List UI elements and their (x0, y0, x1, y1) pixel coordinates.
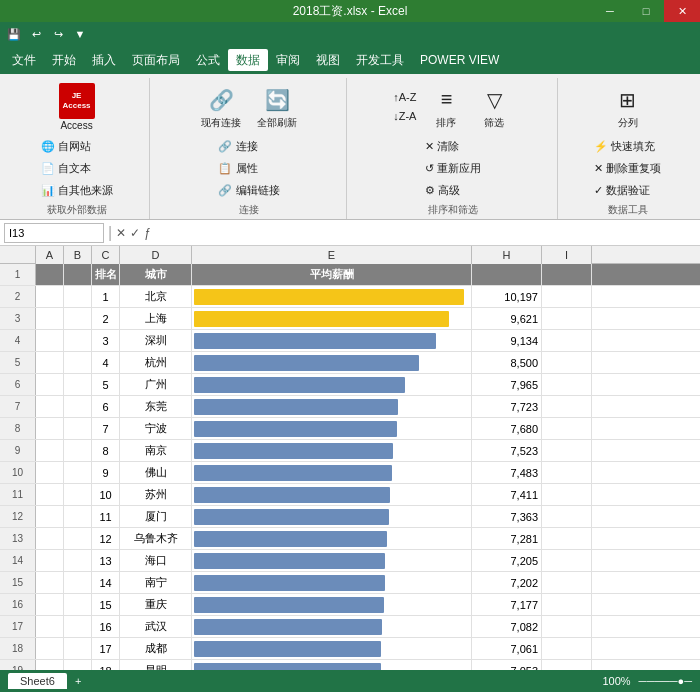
row-num-9: 9 (0, 440, 36, 461)
cell-reference: I13 (9, 227, 24, 239)
text-button[interactable]: 📄 自文本 (36, 158, 118, 179)
cell-a-10 (36, 462, 64, 483)
connections-button[interactable]: 🔗 连接 (213, 136, 284, 157)
advanced-button[interactable]: ⚙ 高级 (420, 180, 486, 201)
cell-rank-5: 4 (92, 352, 120, 373)
cell-bar-10 (192, 462, 472, 483)
save-icon[interactable]: 💾 (4, 24, 24, 44)
col-header-h[interactable]: H (472, 246, 542, 264)
insert-function-icon[interactable]: ƒ (144, 226, 151, 240)
bar-18 (194, 641, 381, 657)
menu-formula[interactable]: 公式 (188, 49, 228, 71)
table-row[interactable]: 12 11 厦门 7,363 (0, 506, 700, 528)
qa-dropdown-icon[interactable]: ▼ (70, 24, 90, 44)
table-row[interactable]: 2 1 北京 10,197 (0, 286, 700, 308)
cell-rank-10: 9 (92, 462, 120, 483)
table-row[interactable]: 4 3 深圳 9,134 (0, 330, 700, 352)
table-row[interactable]: 9 8 南京 7,523 (0, 440, 700, 462)
bar-13 (194, 531, 387, 547)
cell-city-6: 广州 (120, 374, 192, 395)
cancel-formula-icon[interactable]: ✕ (116, 226, 126, 240)
cell-i-3 (542, 308, 592, 329)
table-row[interactable]: 11 10 苏州 7,411 (0, 484, 700, 506)
undo-icon[interactable]: ↩ (26, 24, 46, 44)
name-box[interactable]: I13 (4, 223, 104, 243)
col-header-a[interactable]: A (36, 246, 64, 264)
menu-home[interactable]: 开始 (44, 49, 84, 71)
table-row[interactable]: 3 2 上海 9,621 (0, 308, 700, 330)
col-header-d[interactable]: D (120, 246, 192, 264)
cell-b-9 (64, 440, 92, 461)
cell-city-7: 东莞 (120, 396, 192, 417)
table-row[interactable]: 18 17 成都 7,061 (0, 638, 700, 660)
table-row[interactable]: 14 13 海口 7,205 (0, 550, 700, 572)
cell-b-4 (64, 330, 92, 351)
menu-page-layout[interactable]: 页面布局 (124, 49, 188, 71)
close-button[interactable]: ✕ (664, 0, 700, 22)
row-num-12: 12 (0, 506, 36, 527)
quick-fill-button[interactable]: ⚡ 快速填充 (589, 136, 666, 157)
existing-connections-button[interactable]: 🔗 现有连接 (194, 81, 248, 133)
bar-container-11 (192, 484, 471, 505)
access-button[interactable]: JEAccess Access (52, 80, 102, 134)
sort-button[interactable]: ≡ 排序 (423, 81, 469, 133)
table-row[interactable]: 8 7 宁波 7,680 (0, 418, 700, 440)
bar-container-16 (192, 594, 471, 615)
menu-review[interactable]: 审阅 (268, 49, 308, 71)
table-row[interactable]: 16 15 重庆 7,177 (0, 594, 700, 616)
sort-za-button[interactable]: ↓Z-A (388, 107, 421, 125)
table-row[interactable]: 17 16 武汉 7,082 (0, 616, 700, 638)
other-sources-button[interactable]: 📊 自其他来源 (36, 180, 118, 201)
menu-power-view[interactable]: POWER VIEW (412, 49, 507, 71)
cell-city-15: 南宁 (120, 572, 192, 593)
maximize-button[interactable]: □ (628, 0, 664, 22)
col-header-i[interactable]: I (542, 246, 592, 264)
col-header-c[interactable]: C (92, 246, 120, 264)
data-validation-button[interactable]: ✓ 数据验证 (589, 180, 666, 201)
header-cell-h (472, 264, 542, 285)
cell-rank-4: 3 (92, 330, 120, 351)
menu-developer[interactable]: 开发工具 (348, 49, 412, 71)
reapply-button[interactable]: ↺ 重新应用 (420, 158, 486, 179)
table-row[interactable]: 13 12 乌鲁木齐 7,281 (0, 528, 700, 550)
refresh-icon: 🔄 (261, 84, 293, 116)
cell-a-5 (36, 352, 64, 373)
remove-dup-button[interactable]: ✕ 删除重复项 (589, 158, 666, 179)
edit-links-button[interactable]: 🔗 编辑链接 (213, 180, 284, 201)
add-sheet-button[interactable]: + (75, 675, 81, 687)
table-row[interactable]: 10 9 佛山 7,483 (0, 462, 700, 484)
cell-city-3: 上海 (120, 308, 192, 329)
menu-insert[interactable]: 插入 (84, 49, 124, 71)
confirm-formula-icon[interactable]: ✓ (130, 226, 140, 240)
table-row[interactable]: 6 5 广州 7,965 (0, 374, 700, 396)
row-num-17: 17 (0, 616, 36, 637)
redo-icon[interactable]: ↪ (48, 24, 68, 44)
row-num-4: 4 (0, 330, 36, 351)
zoom-slider[interactable]: ─────●─ (639, 675, 692, 687)
web-button[interactable]: 🌐 自网站 (36, 136, 118, 157)
cell-salary-12: 7,363 (472, 506, 542, 527)
split-column-button[interactable]: ⊞ 分列 (605, 81, 651, 133)
refresh-all-button[interactable]: 🔄 全部刷新 (250, 81, 304, 133)
cell-b-16 (64, 594, 92, 615)
table-row[interactable]: 7 6 东莞 7,723 (0, 396, 700, 418)
cell-rank-6: 5 (92, 374, 120, 395)
menu-file[interactable]: 文件 (4, 49, 44, 71)
col-header-b[interactable]: B (64, 246, 92, 264)
col-header-e[interactable]: E (192, 246, 472, 264)
properties-button[interactable]: 📋 属性 (213, 158, 284, 179)
table-row[interactable]: 15 14 南宁 7,202 (0, 572, 700, 594)
formula-input[interactable] (155, 223, 696, 243)
cell-a-16 (36, 594, 64, 615)
menu-data[interactable]: 数据 (228, 49, 268, 71)
clear-button[interactable]: ✕ 清除 (420, 136, 486, 157)
sheet-tab-sheet6[interactable]: Sheet6 (8, 673, 67, 689)
sort-az-button[interactable]: ↑A-Z (388, 88, 421, 106)
cell-salary-16: 7,177 (472, 594, 542, 615)
cell-bar-8 (192, 418, 472, 439)
filter-button[interactable]: ▽ 筛选 (471, 81, 517, 133)
menu-view[interactable]: 视图 (308, 49, 348, 71)
cell-a-3 (36, 308, 64, 329)
table-row[interactable]: 5 4 杭州 8,500 (0, 352, 700, 374)
minimize-button[interactable]: ─ (592, 0, 628, 22)
